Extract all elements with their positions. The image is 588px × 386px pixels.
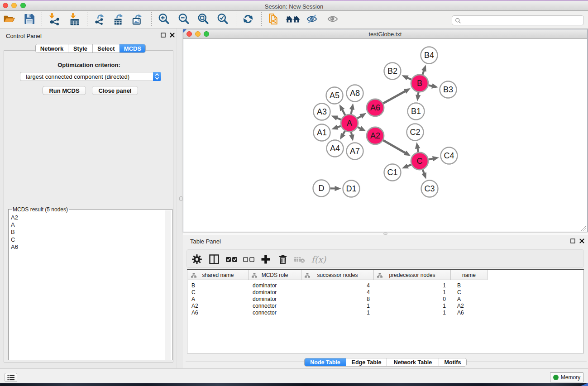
split-columns-button[interactable] <box>208 253 220 266</box>
tab-node-table[interactable]: Node Table <box>305 358 346 366</box>
trash-icon <box>277 254 288 265</box>
column-header-name[interactable]: name <box>451 270 488 280</box>
refresh-button[interactable] <box>242 13 254 25</box>
mcds-result-list[interactable]: A2ABCA6 <box>11 214 18 251</box>
float-panel-icon[interactable] <box>570 238 575 243</box>
arrowhead <box>431 83 438 88</box>
edge-A2-C[interactable] <box>383 140 406 153</box>
result-item[interactable]: B <box>11 229 18 236</box>
result-item[interactable]: C <box>11 236 18 243</box>
wallpaper-detail <box>581 383 588 386</box>
cell-successor-nodes: 1 <box>367 303 370 309</box>
column-header-MCDS-role[interactable]: MCDS role <box>249 270 301 280</box>
criterion-dropdown[interactable]: largest connected component (directed) <box>20 72 161 81</box>
arrowhead <box>416 95 421 101</box>
graph-node-label: C3 <box>424 184 435 193</box>
node-table[interactable]: shared nameMCDS rolesuccessor nodesprede… <box>187 269 584 353</box>
column-header-label: name <box>451 272 487 278</box>
save-floppy-icon <box>24 13 35 25</box>
result-scrollbar[interactable] <box>165 210 171 360</box>
home-button[interactable] <box>286 13 300 25</box>
edge-A6-B[interactable] <box>383 91 406 103</box>
cell-shared-name: A <box>191 296 195 302</box>
table-row-A6[interactable]: A6connector11A6 <box>187 309 583 316</box>
import-network-button[interactable] <box>49 13 61 25</box>
split-columns-icon <box>209 254 220 265</box>
arrowhead <box>421 172 426 179</box>
table-row-C[interactable]: Cdominator41C <box>187 289 583 296</box>
column-header-label: predecessor nodes <box>374 272 450 278</box>
duplicate-network-icon <box>268 13 279 25</box>
splitter-knob-vertical[interactable] <box>179 196 183 201</box>
import-table-button[interactable] <box>69 13 81 25</box>
resize-grip-icon[interactable] <box>581 225 587 231</box>
arrowhead <box>349 103 354 110</box>
cell-predecessor-nodes: 1 <box>443 289 446 295</box>
duplicate-network-button[interactable] <box>268 13 279 25</box>
save-session-button[interactable] <box>24 13 35 25</box>
show-panels-button[interactable] <box>5 373 17 382</box>
column-header-shared-name[interactable]: shared name <box>188 270 249 280</box>
tab-mcds[interactable]: MCDS <box>120 44 145 52</box>
deselect-all-button[interactable] <box>242 253 255 266</box>
search-input[interactable] <box>463 16 581 24</box>
zoom-in-button[interactable] <box>158 13 170 25</box>
export-table-button[interactable] <box>113 13 125 25</box>
select-all-button[interactable] <box>225 253 238 266</box>
table-row-A2[interactable]: A2connector11A2 <box>187 302 583 310</box>
show-button[interactable] <box>327 13 339 25</box>
memory-status-icon <box>553 375 559 380</box>
column-header-successor-nodes[interactable]: successor nodes <box>301 270 374 280</box>
close-panel-icon[interactable] <box>579 238 584 243</box>
graph-node-label: C4 <box>444 151 454 160</box>
export-network-button[interactable] <box>94 13 105 25</box>
table-row-A[interactable]: Adominator80A <box>187 295 583 303</box>
close-panel-button[interactable]: Close panel <box>92 86 138 95</box>
edge-A-A5[interactable] <box>342 109 345 115</box>
tab-style[interactable]: Style <box>68 44 92 52</box>
result-item[interactable]: A6 <box>11 243 18 251</box>
column-header-label: MCDS role <box>249 272 301 278</box>
clear-table-button[interactable] <box>293 253 306 266</box>
close-panel-icon[interactable] <box>170 33 175 38</box>
network-window: testGlobe.txt B4B2BB3A8A5A6B1A3AC2A1A2A4… <box>183 29 588 232</box>
cell-name: A <box>457 296 461 302</box>
hide-button[interactable] <box>306 13 318 25</box>
export-network-icon <box>94 13 105 25</box>
function-builder-button[interactable]: f(x) <box>311 253 326 266</box>
graph-node-label: A1 <box>317 128 327 137</box>
control-panel: Control Panel Optimization criterion: la… <box>0 29 177 368</box>
arrowhead <box>335 186 341 191</box>
zoom-fit-button[interactable] <box>197 13 209 25</box>
graph-node-label: B1 <box>411 107 421 116</box>
result-item[interactable]: A <box>11 221 18 229</box>
import-table-icon <box>69 13 81 25</box>
splitter-knob-horizontal[interactable] <box>383 233 387 235</box>
delete-row-button[interactable] <box>277 253 289 266</box>
control-panel-tabs: NetworkStyleSelectMCDS <box>35 44 146 53</box>
zoom-out-button[interactable] <box>178 13 190 25</box>
column-header-predecessor-nodes[interactable]: predecessor nodes <box>374 270 451 280</box>
float-panel-icon[interactable] <box>161 33 166 38</box>
open-file-button[interactable] <box>3 13 15 25</box>
tab-edge-table[interactable]: Edge Table <box>346 358 387 366</box>
unchecked-boxes-icon <box>243 254 255 265</box>
result-item[interactable]: A2 <box>11 214 18 221</box>
network-graph[interactable]: B4B2BB3A8A5A6B1A3AC2A1A2A4A7C4CC1C3DD1 <box>183 39 587 232</box>
tab-network[interactable]: Network <box>36 44 68 52</box>
export-image-button[interactable] <box>132 13 143 25</box>
tab-motifs[interactable]: Motifs <box>439 358 466 366</box>
add-row-button[interactable] <box>259 253 272 266</box>
cell-successor-nodes: 8 <box>367 296 370 302</box>
cell-shared-name: C <box>191 289 196 295</box>
graph-node-label: A3 <box>317 107 327 116</box>
zoom-selected-button[interactable] <box>217 13 229 25</box>
memory-button[interactable]: Memory <box>550 372 583 382</box>
table-row-B[interactable]: Bdominator41B <box>187 282 583 289</box>
table-settings-button[interactable] <box>191 253 203 266</box>
run-mcds-button[interactable]: Run MCDS <box>43 86 86 95</box>
network-window-titlebar[interactable]: testGlobe.txt <box>183 29 587 39</box>
tab-select[interactable]: Select <box>92 44 120 52</box>
tab-network-table[interactable]: Network Table <box>387 358 439 366</box>
zoom-fit-icon <box>197 13 209 25</box>
